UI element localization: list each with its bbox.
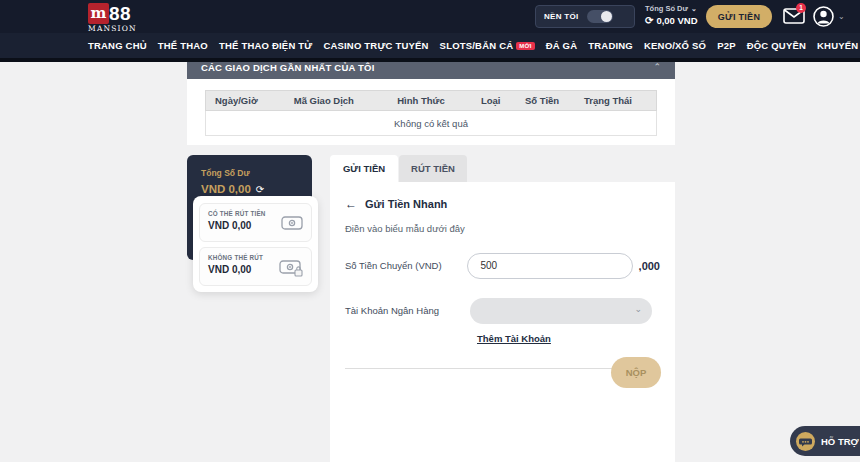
nav-item-the-thao-dien-tu[interactable]: THỂ THAO ĐIỆN TỬ [219, 40, 312, 51]
deposit-button[interactable]: GỬI TIỀN [706, 5, 772, 28]
transactions-table-header: Ngày/Giờ Mã Giao Dịch Hình Thức Loại Số … [205, 90, 657, 111]
column-header-type: Loại [472, 95, 516, 106]
form-title: Gửi Tiền Nhanh [365, 198, 447, 210]
balance-value: 0,00 VND [656, 15, 697, 26]
amount-input[interactable] [467, 253, 632, 279]
new-badge: MỚI [516, 42, 534, 50]
amount-label: Số Tiền Chuyển (VND) [345, 260, 467, 271]
empty-results-row: Không có kết quả [205, 111, 657, 136]
deposit-form-panel: ← Gửi Tiền Nhanh Điền vào biểu mẫu dưới … [330, 182, 675, 462]
balance-dropdown-label: Tổng Số Dư [645, 4, 688, 13]
column-header-amount: Số Tiền [516, 95, 575, 106]
m88-logo-icon: m [88, 3, 109, 24]
switch-knob-icon [601, 11, 612, 22]
dark-mode-toggle-group: NỀN TỐI [535, 5, 635, 28]
back-arrow-icon[interactable]: ← [345, 197, 357, 211]
nav-item-trading[interactable]: TRADING [588, 40, 633, 51]
column-header-method: Hình Thức [388, 95, 472, 106]
top-bar: m 88 MANSION NỀN TỐI Tổng Số Dư ⌄ ⟳ 0,00… [0, 0, 860, 33]
tab-deposit[interactable]: GỬI TIỀN [330, 155, 398, 182]
banknote-lock-icon [279, 260, 303, 281]
deposit-withdraw-tabs: GỬI TIỀN RÚT TIỀN [330, 155, 467, 182]
notification-badge: 1 [796, 3, 806, 13]
column-header-date: Ngày/Giờ [206, 95, 285, 106]
logo-mansion-text: MANSION [88, 24, 137, 33]
nav-item-the-thao[interactable]: THỂ THAO [158, 40, 208, 51]
nav-item-khuyen-mai[interactable]: KHUYẾN MÃI [817, 40, 860, 51]
avatar-icon [813, 6, 834, 27]
non-withdrawable-balance-card[interactable]: KHÔNG THỂ RÚT VND 0,00 [199, 247, 312, 286]
column-header-status: Trạng Thái [575, 95, 656, 106]
dark-mode-label: NỀN TỐI [544, 12, 579, 21]
nav-item-p2p[interactable]: P2P [717, 40, 736, 51]
transactions-table-card: Ngày/Giờ Mã Giao Dịch Hình Thức Loại Số … [187, 79, 675, 145]
wallet-total-label: Tổng Số Dư [201, 168, 312, 178]
nav-item-doc-quyen[interactable]: ĐỘC QUYỀN [747, 40, 806, 51]
nav-item-trang-chu[interactable]: TRANG CHỦ [88, 40, 147, 51]
form-subtitle: Điền vào biểu mẫu dưới đây [345, 223, 660, 234]
wallet-cards-panel: CÓ THỂ RÚT TIỀN VND 0,00 KHÔNG THỂ RÚT V… [193, 196, 318, 292]
main-nav: TRANG CHỦ THỂ THAO THỂ THAO ĐIỆN TỬ CASI… [0, 33, 860, 62]
m88-mansion-logo[interactable]: m 88 MANSION [88, 3, 131, 24]
collapse-icon[interactable]: ⌃ [653, 62, 661, 72]
withdrawable-balance-card[interactable]: CÓ THỂ RÚT TIỀN VND 0,00 [199, 203, 312, 242]
account-menu[interactable]: ⌄ [813, 6, 845, 27]
nav-item-keno-xo-so[interactable]: KENO/XỔ SỐ [644, 40, 706, 51]
submit-button[interactable]: NỘP [611, 357, 661, 388]
column-header-transaction-id: Mã Giao Dịch [285, 95, 389, 106]
dark-mode-switch[interactable] [587, 10, 613, 23]
chevron-down-icon: ⌄ [838, 12, 845, 21]
chevron-down-icon: ⌄ [634, 304, 642, 314]
transactions-title: CÁC GIAO DỊCH GẦN NHẤT CỦA TÔI [201, 62, 374, 73]
nav-item-casino-truc-tuyen[interactable]: CASINO TRỰC TUYẾN [323, 40, 428, 51]
refresh-icon[interactable]: ⟳ [256, 184, 264, 195]
balance-dropdown[interactable]: Tổng Số Dư ⌄ ⟳ 0,00 VND [645, 4, 703, 26]
chat-bubble-icon [796, 432, 815, 451]
support-label: HỖ TRỢ T [821, 436, 860, 447]
banknote-eye-icon [281, 216, 303, 234]
chevron-down-icon: ⌄ [691, 5, 697, 13]
amount-suffix: ,000 [639, 260, 660, 272]
nav-item-slots-ban-ca[interactable]: SLOTS/BẮN CÁ MỚI [440, 40, 535, 51]
live-support-button[interactable]: HỖ TRỢ T [790, 426, 860, 456]
bank-account-label: Tài Khoản Ngân Hàng [345, 305, 470, 316]
nav-item-da-ga[interactable]: ĐÁ GÀ [546, 40, 578, 51]
tab-withdraw[interactable]: RÚT TIỀN [399, 155, 467, 182]
add-account-link[interactable]: Thêm Tài Khoản [477, 333, 551, 344]
refresh-icon[interactable]: ⟳ [645, 15, 653, 26]
screen: m 88 MANSION NỀN TỐI Tổng Số Dư ⌄ ⟳ 0,00… [0, 0, 860, 462]
bank-account-select[interactable]: ⌄ [470, 298, 652, 324]
logo-88-text: 88 [109, 3, 131, 24]
mail-button[interactable]: 1 [783, 8, 805, 25]
wallet-total-value: VND 0,00 [201, 183, 251, 195]
